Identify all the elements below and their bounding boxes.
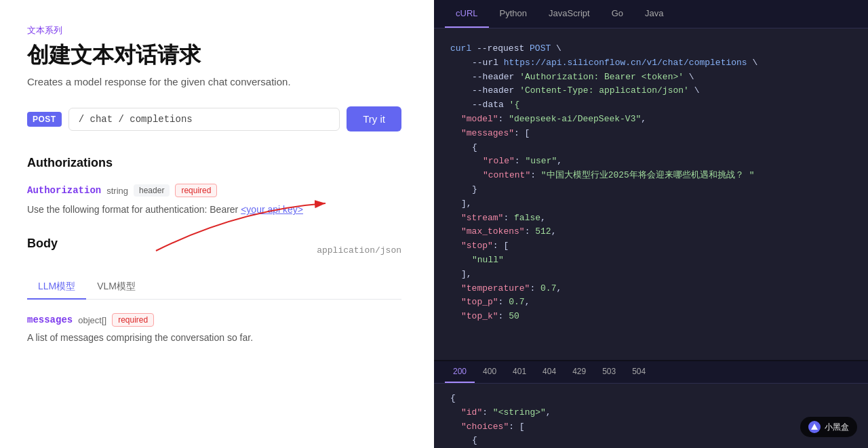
- code-line: --data '{: [450, 98, 852, 113]
- code-line: {: [450, 141, 852, 155]
- code-line: "model": "deepseek-ai/DeepSeek-V3",: [450, 113, 852, 127]
- body-section: Body application/json LLM模型 VLM模型 messag…: [27, 237, 401, 343]
- messages-param-row: messages object[] required: [27, 313, 401, 327]
- auth-param-required: required: [175, 184, 217, 197]
- svg-marker-1: [811, 424, 818, 430]
- code-line: "max_tokens": 512,: [450, 225, 852, 239]
- code-line: "top_p": 0.7,: [450, 296, 852, 310]
- code-line: "content": "中国大模型行业2025年将会迎来哪些机遇和挑战？ ": [450, 169, 852, 183]
- page-description: Creates a model response for the given c…: [27, 76, 401, 87]
- code-line: "null": [450, 253, 852, 268]
- tab-llm[interactable]: LLM模型: [27, 275, 86, 300]
- series-label: 文本系列: [27, 24, 401, 37]
- code-line: "top_k": 50: [450, 310, 852, 324]
- response-line: "choices": [: [450, 420, 852, 434]
- auth-param-name: Authorization: [27, 185, 101, 196]
- code-line: ],: [450, 268, 852, 282]
- response-tab-400[interactable]: 400: [475, 361, 505, 383]
- auth-param-type: string: [106, 186, 128, 196]
- code-block: cURL Python JavaScript Go Java curl --re…: [434, 0, 868, 360]
- body-header: Body application/json: [27, 237, 401, 264]
- response-tab-429[interactable]: 429: [564, 361, 594, 383]
- messages-param-name: messages: [27, 314, 73, 325]
- response-tabs: 200 400 401 404 429 503 504: [434, 361, 868, 384]
- code-line: "messages": [: [450, 127, 852, 141]
- watermark: 小黑盒: [800, 417, 857, 437]
- tab-javascript[interactable]: JavaScript: [538, 0, 601, 28]
- page-title: 创建文本对话请求: [27, 42, 401, 68]
- response-tab-200[interactable]: 200: [445, 361, 475, 383]
- endpoint-row: POST / chat / completions Try it: [27, 106, 401, 131]
- code-line: curl --request POST \: [450, 42, 852, 56]
- body-title: Body: [27, 237, 58, 251]
- messages-param-type: object[]: [78, 315, 106, 325]
- messages-description: A list of messages comprising the conver…: [27, 332, 401, 343]
- watermark-icon: [808, 421, 821, 433]
- response-tab-504[interactable]: 504: [624, 361, 654, 383]
- authorizations-section: Authorizations Authorization string head…: [27, 156, 401, 215]
- authorizations-title: Authorizations: [27, 156, 401, 170]
- auth-param-row: Authorization string header required: [27, 184, 401, 197]
- api-key-link[interactable]: <your api key>: [241, 204, 303, 215]
- auth-param-location: header: [134, 184, 170, 197]
- endpoint-path: / chat / completions: [68, 108, 340, 131]
- response-tab-401[interactable]: 401: [505, 361, 534, 383]
- code-line: ],: [450, 197, 852, 211]
- tab-vlm[interactable]: VLM模型: [86, 275, 146, 300]
- code-line: "temperature": 0.7,: [450, 282, 852, 296]
- tab-curl[interactable]: cURL: [445, 0, 489, 28]
- tab-python[interactable]: Python: [489, 0, 538, 28]
- body-tabs: LLM模型 VLM模型: [27, 275, 401, 300]
- code-tabs: cURL Python JavaScript Go Java: [434, 0, 868, 28]
- watermark-text: 小黑盒: [825, 422, 849, 433]
- right-panel: cURL Python JavaScript Go Java curl --re…: [434, 0, 868, 448]
- response-block: 200 400 401 404 429 503 504 { "id": "<st…: [434, 360, 868, 448]
- tab-java[interactable]: Java: [634, 0, 674, 28]
- response-content: { "id": "<string>", "choices": [ {: [434, 384, 868, 448]
- response-tab-503[interactable]: 503: [594, 361, 624, 383]
- code-content: curl --request POST \ --url https://api.…: [434, 28, 868, 360]
- code-line: "stream": false,: [450, 211, 852, 226]
- tab-go[interactable]: Go: [601, 0, 634, 28]
- response-line: "id": "<string>",: [450, 406, 852, 420]
- left-panel: 文本系列 创建文本对话请求 Creates a model response f…: [0, 0, 434, 448]
- code-line: --header 'Content-Type: application/json…: [450, 84, 852, 98]
- code-line: --url https://api.siliconflow.cn/v1/chat…: [450, 56, 852, 70]
- try-it-button[interactable]: Try it: [347, 106, 401, 131]
- response-line: {: [450, 392, 852, 406]
- messages-param-required: required: [112, 313, 154, 327]
- auth-description: Use the following format for authenticat…: [27, 204, 401, 215]
- code-line: "stop": [: [450, 239, 852, 253]
- code-line: "role": "user",: [450, 155, 852, 169]
- content-type: application/json: [317, 245, 401, 256]
- method-badge: POST: [27, 112, 62, 127]
- code-line: --header 'Authorization: Bearer <token>'…: [450, 70, 852, 85]
- response-line: {: [450, 434, 852, 448]
- code-line: }: [450, 183, 852, 197]
- response-tab-404[interactable]: 404: [534, 361, 564, 383]
